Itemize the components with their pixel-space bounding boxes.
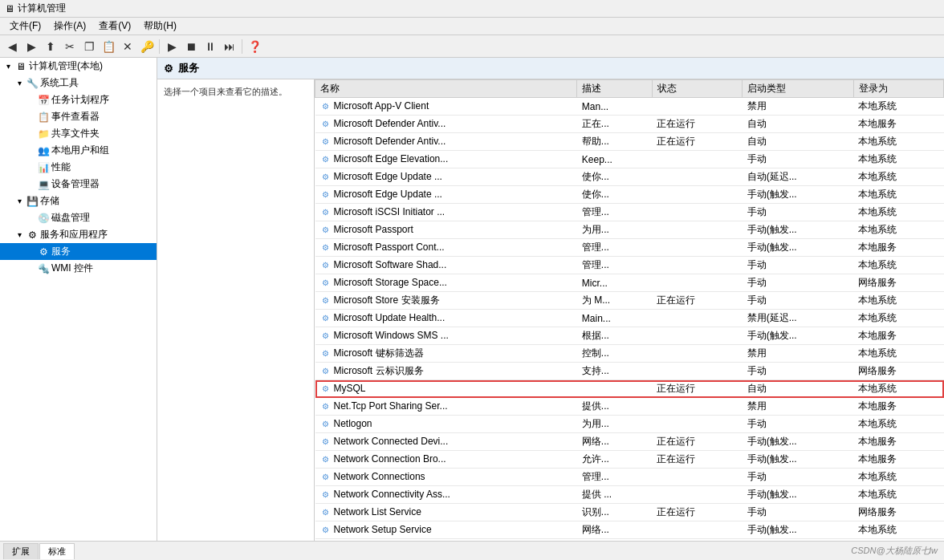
- tree-item-local-users[interactable]: 👥本地用户和组: [0, 142, 157, 159]
- toolbar-up[interactable]: ⬆: [42, 38, 59, 55]
- tree-item-storage[interactable]: ▾💾存储: [0, 193, 157, 209]
- service-logon-cell: 网络服务: [853, 504, 943, 521]
- table-row[interactable]: ⚙Microsoft Defender Antiv...帮助...正在运行自动本…: [315, 133, 944, 151]
- table-row[interactable]: ⚙Network Connected Devi...网络...正在运行手动(触发…: [315, 433, 944, 451]
- table-row[interactable]: ⚙Network Store Interface ...此服...正在运行自动本…: [315, 539, 944, 542]
- table-row[interactable]: ⚙Network Connectivity Ass...提供 ...手动(触发.…: [315, 486, 944, 504]
- col-startup[interactable]: 启动类型: [743, 80, 853, 98]
- service-name-cell: ⚙Network Connection Bro...: [315, 451, 577, 469]
- tab-standard[interactable]: 标准: [39, 543, 75, 559]
- toolbar-forward[interactable]: ▶: [22, 38, 40, 55]
- service-name-cell: ⚙Network Connections: [315, 469, 577, 486]
- table-row[interactable]: ⚙Microsoft Software Shad...管理...手动本地系统: [315, 257, 944, 274]
- service-name-cell: ⚙MySQL: [315, 380, 577, 398]
- col-desc[interactable]: 描述: [577, 80, 653, 98]
- table-row[interactable]: ⚙Microsoft Store 安装服务为 M...正在运行手动本地系统: [315, 292, 944, 310]
- service-desc-cell: Man...: [577, 98, 653, 116]
- col-status[interactable]: 状态: [652, 80, 742, 98]
- service-name-cell: ⚙Microsoft Software Shad...: [315, 257, 577, 274]
- service-icon: ⚙: [320, 154, 332, 165]
- table-row[interactable]: ⚙Microsoft Passport为用...手动(触发...本地系统: [315, 221, 944, 239]
- table-row[interactable]: ⚙Microsoft iSCSI Initiator ...管理...手动本地系…: [315, 204, 944, 221]
- tree-item-task-scheduler[interactable]: 📅任务计划程序: [0, 91, 157, 108]
- toolbar-restart[interactable]: ⏭: [221, 38, 238, 55]
- service-startup-cell: 手动(触发...: [743, 239, 853, 257]
- table-row[interactable]: ⚙Microsoft Defender Antiv...正在...正在运行自动本…: [315, 116, 944, 133]
- service-name-cell: ⚙Net.Tcp Port Sharing Ser...: [315, 398, 577, 416]
- menu-action[interactable]: 操作(A): [47, 18, 92, 34]
- tree-item-wmi[interactable]: 🔩WMI 控件: [0, 260, 157, 277]
- expand-icon: ▾: [3, 62, 13, 71]
- tree-node-icon: 📊: [37, 161, 50, 174]
- toolbar-pause[interactable]: ⏸: [201, 38, 219, 55]
- toolbar-back[interactable]: ◀: [3, 38, 21, 55]
- tree-item-label: WMI 控件: [51, 262, 93, 275]
- table-row[interactable]: ⚙Microsoft Edge Elevation...Keep...手动本地系…: [315, 151, 944, 168]
- tree-item-disk-management[interactable]: 💿磁盘管理: [0, 209, 157, 226]
- tab-extended[interactable]: 扩展: [3, 543, 39, 559]
- toolbar-stop[interactable]: ⏹: [182, 38, 200, 55]
- service-logon-cell: 本地服务: [853, 116, 943, 133]
- table-row[interactable]: ⚙Net.Tcp Port Sharing Ser...提供...禁用本地服务: [315, 398, 944, 416]
- table-row[interactable]: ⚙Network List Service识别...正在运行手动网络服务: [315, 504, 944, 521]
- content-area: 选择一个项目来查看它的描述。 名称 描述 状态 启动类型 登录为: [157, 79, 944, 541]
- toolbar-paste[interactable]: 📋: [100, 38, 117, 55]
- table-row[interactable]: ⚙Network Connections管理...手动本地系统: [315, 469, 944, 486]
- table-row[interactable]: ⚙Microsoft Update Health...Main...禁用(延迟.…: [315, 310, 944, 327]
- service-desc-cell: 使你...: [577, 168, 653, 186]
- tree-item-device-manager[interactable]: 💻设备管理器: [0, 176, 157, 193]
- table-row[interactable]: ⚙Microsoft Windows SMS ...根据...手动(触发...本…: [315, 327, 944, 345]
- tree-item-system-tools[interactable]: ▾🔧系统工具: [0, 75, 157, 91]
- toolbar-help[interactable]: ❓: [246, 38, 263, 55]
- menu-help[interactable]: 帮助(H): [137, 18, 183, 34]
- service-icon: ⚙: [320, 101, 332, 112]
- tree-item-services[interactable]: ⚙服务: [0, 243, 157, 260]
- services-icon: ⚙: [164, 63, 173, 75]
- service-logon-cell: 本地服务: [853, 398, 943, 416]
- service-startup-cell: 禁用: [743, 98, 853, 116]
- table-row[interactable]: ⚙Microsoft Passport Cont...管理...手动(触发...…: [315, 239, 944, 257]
- service-logon-cell: 网络服务: [853, 363, 943, 380]
- menu-view[interactable]: 查看(V): [92, 18, 137, 34]
- table-row[interactable]: ⚙Microsoft App-V ClientMan...禁用本地系统: [315, 98, 944, 116]
- service-icon: ⚙: [320, 507, 332, 518]
- service-name-cell: ⚙Microsoft 键标筛选器: [315, 345, 577, 363]
- service-logon-cell: 本地系统: [853, 380, 943, 398]
- toolbar-properties[interactable]: 🔑: [138, 38, 156, 55]
- menu-file[interactable]: 文件(F): [3, 18, 47, 34]
- table-row[interactable]: ⚙Microsoft 键标筛选器控制...禁用本地系统: [315, 345, 944, 363]
- table-row[interactable]: ⚙Microsoft Edge Update ...使你...手动(触发...本…: [315, 186, 944, 204]
- service-desc-cell: Main...: [577, 310, 653, 327]
- table-row[interactable]: ⚙Microsoft Edge Update ...使你...自动(延迟...本…: [315, 168, 944, 186]
- table-row[interactable]: ⚙Netlogon为用...手动本地系统: [315, 416, 944, 433]
- toolbar-delete[interactable]: ✕: [119, 38, 136, 55]
- table-row[interactable]: ⚙Network Setup Service网络...手动(触发...本地系统: [315, 521, 944, 539]
- service-logon-cell: 本地系统: [853, 221, 943, 239]
- tree-item-services-apps[interactable]: ▾⚙服务和应用程序: [0, 226, 157, 243]
- toolbar-play[interactable]: ▶: [163, 38, 181, 55]
- table-row[interactable]: ⚙Microsoft Storage Space...Micr...手动网络服务: [315, 274, 944, 292]
- tree-item-shared-folders[interactable]: 📁共享文件夹: [0, 125, 157, 142]
- service-status-cell: [652, 327, 742, 345]
- service-startup-cell: 手动: [743, 292, 853, 310]
- col-logon[interactable]: 登录为: [853, 80, 943, 98]
- tree-item-label: 服务: [51, 245, 71, 258]
- service-startup-cell: 手动: [743, 257, 853, 274]
- toolbar-cut[interactable]: ✂: [61, 38, 79, 55]
- toolbar-copy[interactable]: ❐: [80, 38, 98, 55]
- tree-item-computer-management[interactable]: ▾🖥计算机管理(本地): [0, 58, 157, 75]
- tree-item-performance[interactable]: 📊性能: [0, 159, 157, 176]
- service-startup-cell: 手动(触发...: [743, 521, 853, 539]
- tree-item-event-viewer[interactable]: 📋事件查看器: [0, 108, 157, 125]
- tree-item-label: 任务计划程序: [51, 93, 109, 107]
- service-icon: ⚙: [320, 313, 332, 324]
- service-icon: ⚙: [320, 172, 332, 183]
- col-name[interactable]: 名称: [315, 80, 577, 98]
- service-logon-cell: 本地服务: [853, 539, 943, 542]
- table-row[interactable]: ⚙Network Connection Bro...允许...正在运行手动(触发…: [315, 451, 944, 469]
- tree-item-label: 磁盘管理: [51, 211, 90, 225]
- table-row[interactable]: ⚙MySQL正在运行自动本地系统: [315, 380, 944, 398]
- tree-node-icon: 💻: [37, 178, 50, 191]
- table-row[interactable]: ⚙Microsoft 云标识服务支持...手动网络服务: [315, 363, 944, 380]
- services-table-container[interactable]: 名称 描述 状态 启动类型 登录为 ⚙Microsoft App-V Clien…: [315, 79, 944, 541]
